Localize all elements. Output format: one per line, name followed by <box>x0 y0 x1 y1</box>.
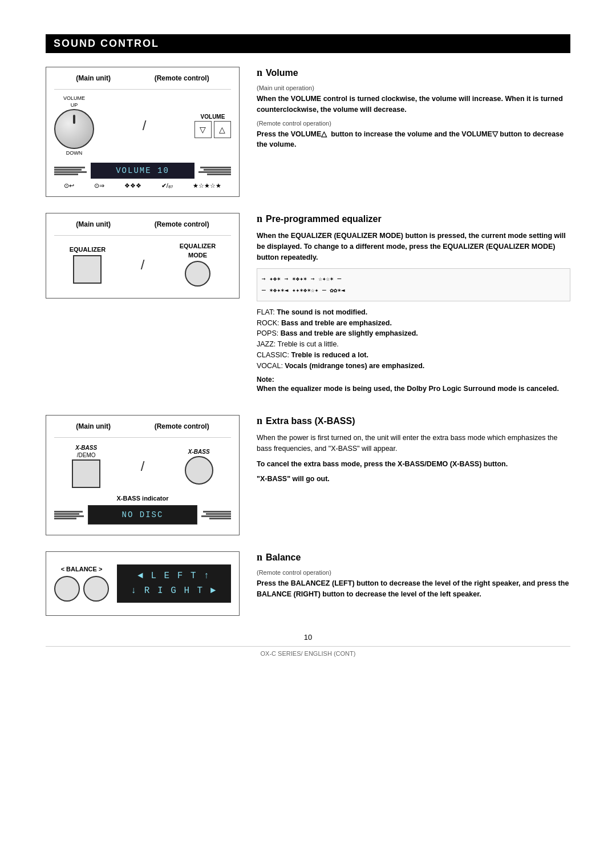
xbass-label1: X-BASS <box>75 445 97 451</box>
xbass-section-title: Extra bass (X-BASS) <box>257 415 570 427</box>
eq-main-col: EQUALIZER <box>70 246 106 284</box>
flat-desc: FLAT: The sound is not modified. <box>257 307 570 318</box>
balance-btns <box>54 576 109 602</box>
xbass-label2: /DEMO <box>77 452 96 458</box>
pops-desc: POPS: Bass and treble are slightly empha… <box>257 328 570 339</box>
classic-desc-text: Treble is reduced a lot. <box>291 351 368 359</box>
jazz-desc-text: Treble is cut a little. <box>278 340 339 348</box>
xbass-remote-button[interactable] <box>185 456 213 485</box>
xbass-text-panel: Extra bass (X-BASS) When the power is fi… <box>257 415 570 489</box>
triangle-up-icon: △ <box>219 125 225 134</box>
xbass-indicator-label: X-BASS indicator <box>54 495 231 502</box>
balance-button-area: < BALANCE > ◄ L E F T ↑ ↓ R I G H T ► <box>54 559 231 608</box>
eq-text-panel: Pre-programmed equalizer When the EQUALI… <box>257 213 570 399</box>
xbass-main-col: X-BASS /DEMO <box>72 445 100 488</box>
eq-main-unit-label: (Main unit) <box>76 220 111 228</box>
vocal-desc-text: Vocals (midrange tones) are emphasized. <box>285 362 424 370</box>
balance-diagram-box: < BALANCE > ◄ L E F T ↑ ↓ R I G H T ► <box>46 551 240 616</box>
eq-desc-text: When the EQUALIZER (EQUALIZER MODE) butt… <box>257 232 566 261</box>
main-unit-label: (Main unit) <box>76 74 111 82</box>
eq-remote-label: (Remote control) <box>155 220 209 228</box>
eq-note-desc: When the equalizer mode is being used, t… <box>257 384 570 394</box>
vocal-desc: VOCAL: Vocals (midrange tones) are empha… <box>257 361 570 372</box>
volume-diagram-header: (Main unit) (Remote control) <box>54 74 231 84</box>
eq-remote-button[interactable] <box>185 261 210 287</box>
remote-control-label: (Remote control) <box>155 74 209 82</box>
xbass-button-area: X-BASS /DEMO / X-BASS <box>54 440 231 493</box>
xbass-slash: / <box>136 458 149 474</box>
control-icon-4: ✔/₈₇ <box>161 182 173 189</box>
balance-op-label: (Remote control operation) <box>257 569 570 576</box>
eq-main-label: EQUALIZER <box>70 246 106 253</box>
pops-desc-text: Bass and treble are slightly emphasized. <box>281 329 418 337</box>
eq-remote-label-1: EQUALIZER <box>180 243 216 249</box>
balance-display: ◄ L E F T ↑ ↓ R I G H T ► <box>117 564 231 603</box>
volume-desc1-text: When the VOLUME control is turned clockw… <box>257 95 563 114</box>
balance-desc: Press the BALANCEZ (LEFT) button to decr… <box>257 578 570 600</box>
volume-display: VOLUME 10 <box>91 163 194 179</box>
xbass-desc1: When the power is first turned on, the u… <box>257 433 570 454</box>
control-icon-5: ★☆★☆★ <box>193 182 221 189</box>
control-icon-3: ❖❖❖ <box>124 182 141 189</box>
xbass-diagram-box: (Main unit) (Remote control) X-BASS /DEM… <box>46 415 240 535</box>
volume-text-panel: Volume (Main unit operation) When the VO… <box>257 67 570 155</box>
knob-up-label: UP <box>71 102 78 108</box>
volume-knob-col: VOLUME UP DOWN <box>54 95 94 156</box>
jazz-desc: JAZZ: Treble is cut a little. <box>257 339 570 350</box>
eq-diagram-header: (Main unit) (Remote control) <box>54 220 231 231</box>
volume-down-button[interactable]: ▽ <box>194 121 212 138</box>
xbass-desc1-text: When the power is first turned on, the u… <box>257 434 557 453</box>
balance-label-box: < BALANCE > <box>54 566 109 602</box>
eq-desc: When the EQUALIZER (EQUALIZER MODE) butt… <box>257 231 570 263</box>
volume-desc2: Press the VOLUME△ button to increase the… <box>257 129 570 151</box>
eq-title-text: Pre-programmed equalizer <box>266 214 382 224</box>
volume-knob-area: VOLUME UP DOWN / VOLUME ▽ △ <box>54 92 231 159</box>
eq-section-title: Pre-programmed equalizer <box>257 213 570 225</box>
xbass-desc2: To cancel the extra bass mode, press the… <box>257 459 570 470</box>
balance-desc-text: Press the BALANCEZ (LEFT) button to decr… <box>257 579 569 598</box>
balance-left-button[interactable] <box>54 576 80 602</box>
eq-slash: / <box>136 257 149 273</box>
volume-section-label: VOLUME <box>63 95 85 101</box>
volume-row: (Main unit) (Remote control) VOLUME UP D… <box>46 67 570 197</box>
remote-vol-label: VOLUME <box>201 114 225 120</box>
section-header: SOUND CONTROL <box>46 34 570 53</box>
xbass-row: (Main unit) (Remote control) X-BASS /DEM… <box>46 415 570 535</box>
xbass-display: NO DISC <box>88 505 197 525</box>
flat-desc-text: The sound is not modified. <box>277 308 367 316</box>
vol-btn-row: ▽ △ <box>194 121 231 138</box>
balance-row: < BALANCE > ◄ L E F T ↑ ↓ R I G H T ► Ba… <box>46 551 570 616</box>
xbass-display-text: NO DISC <box>122 510 164 519</box>
balance-display-line1: ◄ L E F T ↑ <box>121 569 226 584</box>
page-number: 10 <box>46 633 570 642</box>
knob-down-label: DOWN <box>66 150 83 156</box>
control-icons-row: ⊙↩ ⊙⇒ ❖❖❖ ✔/₈₇ ★☆★☆★ <box>54 182 231 189</box>
xbass-title-text: Extra bass (X-BASS) <box>266 416 355 426</box>
volume-diagram-box: (Main unit) (Remote control) VOLUME UP D… <box>46 67 240 197</box>
balance-right-button[interactable] <box>83 576 109 602</box>
remote-op-label: (Remote control operation) <box>257 120 570 127</box>
classic-desc: CLASSIC: Treble is reduced a lot. <box>257 350 570 361</box>
balance-title-text: Balance <box>266 552 301 563</box>
xbass-main-label-text: X-BASS <box>75 445 97 451</box>
eq-note-text: When the equalizer mode is being used, t… <box>257 385 559 393</box>
xbass-diagram-header: (Main unit) (Remote control) <box>54 422 231 433</box>
xbass-main-button[interactable] <box>72 459 100 488</box>
balance-text-panel: Balance (Remote control operation) Press… <box>257 551 570 604</box>
xbass-remote-col: X-BASS <box>185 449 213 485</box>
volume-up-button[interactable]: △ <box>214 121 231 138</box>
balance-display-line2: ↓ R I G H T ► <box>121 584 226 599</box>
control-icon-2: ⊙⇒ <box>94 182 104 189</box>
triangle-down-icon: ▽ <box>200 125 206 134</box>
note-label: Note: <box>257 376 570 384</box>
main-content: (Main unit) (Remote control) VOLUME UP D… <box>46 67 570 616</box>
rock-desc: ROCK: Bass and treble are emphasized. <box>257 318 570 329</box>
xbass-remote-label-text: X-BASS <box>188 449 210 455</box>
eq-main-button[interactable] <box>73 255 102 284</box>
xbass-desc3: "X-BASS" will go out. <box>257 474 570 485</box>
volume-knob[interactable] <box>54 109 94 149</box>
eq-remote-col: EQUALIZER MODE <box>180 243 216 287</box>
slash-divider: / <box>138 118 151 134</box>
volume-section-title: Volume <box>257 67 570 79</box>
volume-display-text: VOLUME 10 <box>116 166 169 175</box>
